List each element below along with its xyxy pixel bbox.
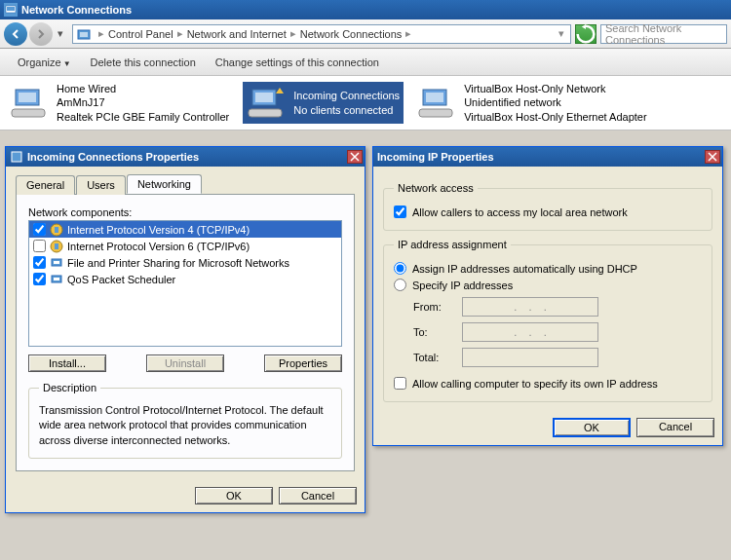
- delete-connection-button[interactable]: Delete this connection: [83, 56, 204, 68]
- back-button[interactable]: [4, 22, 27, 46]
- groupbox-label: Network access: [394, 182, 478, 194]
- command-toolbar: Organize▼ Delete this connection Change …: [0, 49, 731, 76]
- tab-general[interactable]: General: [16, 175, 75, 195]
- svg-rect-9: [249, 109, 282, 117]
- network-components-list[interactable]: Internet Protocol Version 4 (TCP/IPv4) I…: [28, 220, 342, 347]
- component-qos[interactable]: QoS Packet Scheduler: [29, 271, 341, 287]
- refresh-button[interactable]: [575, 24, 596, 44]
- from-ip-input: . . .: [462, 297, 598, 317]
- cancel-button[interactable]: Cancel: [636, 418, 714, 437]
- ok-button[interactable]: OK: [553, 418, 631, 437]
- tab-networking[interactable]: Networking: [127, 174, 202, 194]
- ethernet-icon: [10, 86, 49, 121]
- search-input[interactable]: Search Network Connections: [600, 24, 727, 44]
- connection-device: VirtualBox Host-Only Ethernet Adapter: [464, 110, 647, 124]
- connections-list: Home Wired AmMnJ17 Realtek PCIe GBE Fami…: [0, 76, 731, 131]
- connection-status: No clients connected: [293, 103, 400, 117]
- history-dropdown-icon[interactable]: ▾: [55, 27, 66, 40]
- ip-assignment-groupbox: IP address assignment Assign IP addresse…: [383, 239, 712, 402]
- component-checkbox[interactable]: [33, 240, 46, 252]
- chevron-right-icon[interactable]: ▸: [96, 27, 106, 40]
- properties-button[interactable]: Properties: [264, 355, 342, 372]
- tab-users[interactable]: Users: [76, 175, 126, 195]
- total-label: Total:: [413, 352, 462, 363]
- connection-status: Unidentified network: [464, 95, 647, 109]
- main-window-titlebar: Network Connections: [0, 0, 731, 19]
- component-file-printer-sharing[interactable]: File and Printer Sharing for Microsoft N…: [29, 254, 341, 271]
- connection-name: VirtualBox Host-Only Network: [464, 82, 647, 95]
- chevron-down-icon[interactable]: ▾: [557, 27, 566, 40]
- allow-callers-checkbox[interactable]: [394, 205, 406, 218]
- dialog-title: Incoming Connections Properties: [27, 151, 199, 163]
- description-text: Transmission Control Protocol/Internet P…: [39, 403, 331, 448]
- properties-icon: [10, 150, 23, 164]
- component-label: Internet Protocol Version 4 (TCP/IPv4): [67, 224, 250, 236]
- organize-menu[interactable]: Organize▼: [10, 56, 79, 68]
- from-label: From:: [413, 301, 462, 313]
- close-button[interactable]: [347, 150, 363, 164]
- total-input: [462, 348, 598, 367]
- component-tcpipv4[interactable]: Internet Protocol Version 4 (TCP/IPv4): [29, 221, 341, 238]
- description-groupbox: Description Transmission Control Protoco…: [28, 382, 342, 459]
- install-button[interactable]: Install...: [28, 355, 106, 372]
- network-folder-icon: [77, 27, 93, 41]
- dialog-titlebar[interactable]: Incoming Connections Properties: [6, 147, 365, 167]
- cancel-button[interactable]: Cancel: [279, 487, 357, 504]
- breadcrumb-leaf[interactable]: Network Connections: [298, 28, 404, 40]
- breadcrumb-root[interactable]: Control Panel: [106, 28, 175, 40]
- connection-name: Home Wired: [57, 82, 229, 95]
- allow-calling-specify-label: Allow calling computer to specify its ow…: [412, 378, 658, 390]
- component-checkbox[interactable]: [33, 256, 46, 269]
- service-icon: [50, 256, 63, 270]
- svg-rect-19: [54, 261, 59, 264]
- svg-rect-1: [7, 7, 15, 11]
- uninstall-button: Uninstall: [146, 355, 224, 372]
- protocol-icon: [50, 223, 63, 237]
- component-label: QoS Packet Scheduler: [67, 274, 175, 285]
- chevron-right-icon[interactable]: ▸: [175, 27, 185, 40]
- dialog-titlebar[interactable]: Incoming IP Properties: [373, 147, 722, 167]
- connection-item-virtualbox[interactable]: VirtualBox Host-Only Network Unidentifie…: [413, 82, 651, 124]
- chevron-down-icon: ▼: [63, 59, 71, 68]
- window-title: Network Connections: [21, 4, 132, 16]
- component-checkbox[interactable]: [33, 223, 46, 236]
- components-label: Network components:: [28, 206, 342, 218]
- forward-button[interactable]: [29, 22, 53, 46]
- change-settings-button[interactable]: Change settings of this connection: [208, 56, 387, 68]
- component-label: File and Printer Sharing for Microsoft N…: [67, 257, 289, 269]
- specify-ip-label: Specify IP addresses: [412, 280, 513, 291]
- component-label: Internet Protocol Version 6 (TCP/IPv6): [67, 241, 250, 252]
- assign-dhcp-label: Assign IP addresses automatically using …: [412, 263, 637, 275]
- svg-rect-6: [12, 109, 45, 117]
- incoming-connections-properties-dialog: Incoming Connections Properties General …: [5, 146, 366, 513]
- breadcrumb[interactable]: ▸ Control Panel ▸ Network and Internet ▸…: [72, 24, 571, 44]
- description-label: Description: [39, 382, 100, 393]
- svg-rect-11: [426, 93, 443, 102]
- component-checkbox[interactable]: [33, 273, 46, 285]
- close-button[interactable]: [705, 150, 720, 164]
- connection-status: AmMnJ17: [57, 95, 229, 109]
- ethernet-icon: [417, 86, 456, 121]
- connection-item-incoming[interactable]: Incoming Connections No clients connecte…: [243, 82, 404, 124]
- svg-rect-3: [80, 32, 88, 37]
- nav-toolbar: ▾ ▸ Control Panel ▸ Network and Internet…: [0, 19, 731, 49]
- breadcrumb-mid[interactable]: Network and Internet: [185, 28, 289, 40]
- assign-dhcp-radio[interactable]: [394, 262, 406, 275]
- svg-rect-13: [12, 152, 21, 162]
- allow-calling-specify-checkbox[interactable]: [394, 377, 406, 390]
- search-placeholder: Search Network Connections: [605, 22, 722, 46]
- svg-rect-21: [54, 278, 59, 280]
- ok-button[interactable]: OK: [195, 487, 273, 504]
- svg-rect-15: [55, 227, 58, 233]
- network-icon: [4, 3, 18, 17]
- specify-ip-radio[interactable]: [394, 279, 406, 291]
- to-ip-input: . . .: [462, 322, 598, 342]
- incoming-connection-icon: [247, 86, 286, 121]
- svg-rect-12: [419, 109, 452, 117]
- protocol-icon: [50, 240, 63, 253]
- connection-item-home-wired[interactable]: Home Wired AmMnJ17 Realtek PCIe GBE Fami…: [6, 82, 233, 124]
- chevron-right-icon[interactable]: ▸: [289, 27, 298, 40]
- chevron-right-icon[interactable]: ▸: [404, 27, 413, 40]
- allow-callers-label: Allow callers to access my local area ne…: [412, 206, 628, 218]
- component-tcpipv6[interactable]: Internet Protocol Version 6 (TCP/IPv6): [29, 238, 341, 254]
